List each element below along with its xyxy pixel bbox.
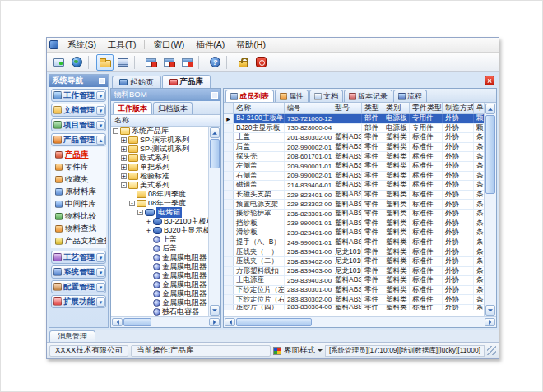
tree-node[interactable]: 上盖 <box>111 235 208 244</box>
scroll-track[interactable] <box>485 194 496 304</box>
scroll-thumb[interactable] <box>485 115 495 194</box>
expander-icon[interactable]: + <box>121 146 127 152</box>
scroll-left-icon[interactable] <box>225 318 235 326</box>
panel-tab[interactable]: 文档 <box>309 90 343 102</box>
separator[interactable] <box>198 56 204 69</box>
close-icon[interactable] <box>485 76 494 85</box>
separator[interactable] <box>88 56 94 69</box>
table-row[interactable]: 下纱定位片（左） 283-830301-00X 塑料ABS 零件 塑料类 标准件… <box>224 286 496 296</box>
version-tab[interactable]: 归档版本 <box>153 102 193 114</box>
exit-icon[interactable] <box>253 54 270 71</box>
column-header[interactable]: 编号 <box>285 103 332 113</box>
table-row[interactable]: 提手（A、B） 249-990001-01X 塑料ABS 零件 塑料类 标准件 … <box>224 238 496 248</box>
separator[interactable] <box>226 56 232 69</box>
version-tab[interactable]: 工作版本 <box>113 102 152 114</box>
scroll-thumb[interactable] <box>123 318 151 326</box>
sidebar-item[interactable]: 中间件库 <box>51 198 106 210</box>
scroll-down-icon[interactable] <box>210 305 220 316</box>
expander-icon[interactable]: + <box>121 155 127 161</box>
chevron-down-icon[interactable]: ▾ <box>96 268 105 277</box>
expander-icon[interactable]: - <box>121 182 127 188</box>
tree-node[interactable]: + BJ20主显示板 <box>111 226 208 235</box>
table-row[interactable]: 长磁头支架 229-823401-00X 塑料ABS 零件 塑料类 标准件 外协… <box>224 191 496 201</box>
panel-menu-icon[interactable] <box>99 78 105 84</box>
scroll-up-icon[interactable] <box>485 104 495 114</box>
panel-tab[interactable]: 版本记录 <box>344 90 392 102</box>
sidebar-section-header[interactable]: 配置管理 ▾ <box>51 280 106 293</box>
column-header[interactable]: 名称 <box>234 103 285 113</box>
expander-icon[interactable]: - <box>113 128 118 134</box>
message-management-tab[interactable]: 消息管理 <box>49 330 95 342</box>
expander-icon[interactable]: + <box>121 164 127 170</box>
sidebar-section-header[interactable]: 项目管理 ▾ <box>51 118 106 131</box>
tree-horizontal-scrollbar[interactable] <box>111 316 220 327</box>
sidebar-item[interactable]: 原材料库 <box>51 186 106 197</box>
sidebar-item[interactable]: 产品文档查找 <box>51 235 106 247</box>
expander-icon[interactable]: + <box>146 228 151 233</box>
new-window-icon[interactable] <box>142 54 160 71</box>
sidebar-item[interactable]: 产品库 <box>51 149 106 160</box>
table-row[interactable]: 挡纱板 239-990001-01X 塑料ABS 零件 塑料类 标准件 外协 条 <box>224 219 496 229</box>
chevron-down-icon[interactable]: ▴ <box>96 136 105 145</box>
sidebar-item[interactable]: 零件库 <box>51 161 106 173</box>
table-row[interactable]: 上盖 201-830302-00X 塑料ABS 零件 塑料类 标准件 外协 条 <box>224 133 496 143</box>
scroll-thumb[interactable] <box>210 139 220 168</box>
scroll-thumb[interactable] <box>236 318 312 326</box>
table-row[interactable]: 右侧盖 209-990002-01X 塑料ABS 零件 塑料类 标准件 外协 条 <box>224 172 496 182</box>
table-row[interactable]: 上电源座 259-839403-00X 塑料ABS 零件 塑料类 标准件 外协 … <box>224 276 496 286</box>
menu-item[interactable]: 工具(T) <box>102 39 142 51</box>
table-row[interactable]: 方形塑料线扣 258-839403-00X 尼龙1010 零件 塑料类 标准件 … <box>224 267 496 277</box>
scroll-up-icon[interactable] <box>210 127 220 138</box>
table-row[interactable]: 压纱片（四） 283-830304-00X 塑料ABS 零件 塑料类 标准件 外… <box>224 305 496 310</box>
menu-item[interactable]: 插件(A) <box>190 39 230 51</box>
sidebar-section-header[interactable]: 工作管理 ▾ <box>51 89 106 102</box>
table-row[interactable]: ▶ BJ-2100主板单点 730-721000-12X 部件 电源板 专用件 … <box>224 114 496 124</box>
data-grid-icon[interactable] <box>114 54 132 71</box>
chevron-down-icon[interactable] <box>318 349 323 354</box>
table-row[interactable]: 左侧盖 209-990001-01X 塑料ABS 零件 塑料类 标准件 外协 条 <box>224 162 496 172</box>
column-header[interactable]: 型号 <box>332 103 362 113</box>
chevron-down-icon[interactable]: ▾ <box>96 253 105 262</box>
tree-column-header[interactable]: 名称 <box>111 115 220 127</box>
help-icon[interactable] <box>207 54 224 71</box>
panel-tab[interactable]: 属性 <box>275 90 309 102</box>
separator[interactable] <box>134 56 140 69</box>
table-row[interactable]: 探头壳 208-601701-01X 塑料ABS 零件 塑料类 标准件 外协 条 <box>224 152 496 162</box>
pin-icon[interactable] <box>211 92 218 99</box>
chevron-down-icon[interactable]: ▾ <box>96 91 105 100</box>
panel-tab[interactable]: 流程 <box>393 90 427 102</box>
scroll-right-icon[interactable] <box>485 318 495 326</box>
sidebar-section-header[interactable]: 工艺管理 ▾ <box>51 251 106 264</box>
interface-style-selector[interactable]: 界面样式 <box>284 345 315 356</box>
grid-vertical-scrollbar[interactable] <box>484 103 496 316</box>
scroll-left-icon[interactable] <box>112 318 123 326</box>
expander-icon[interactable]: - <box>137 210 143 215</box>
expander-icon[interactable]: - <box>129 201 135 206</box>
table-row[interactable]: 滑纱板 239-823401-00X 塑料ABS 零件 塑料类 标准件 外协 条 <box>224 228 496 238</box>
table-row[interactable]: BJ20主显示板 730-828000-04X 部件 电源板 专用件 外协 颗 <box>224 124 496 134</box>
chevron-down-icon[interactable]: ▾ <box>96 106 105 115</box>
chevron-down-icon[interactable]: ▾ <box>96 283 105 292</box>
expander-icon[interactable]: + <box>121 173 127 179</box>
sidebar-item[interactable]: 物料比较 <box>51 210 106 222</box>
chevron-down-icon[interactable]: ▾ <box>96 121 105 130</box>
sidebar-item[interactable]: 物料查找 <box>51 223 106 234</box>
sidebar-section-header[interactable]: 系统管理 ▾ <box>51 265 106 279</box>
web-icon[interactable] <box>68 54 86 71</box>
sidebar-item[interactable]: 收藏夹 <box>51 173 106 185</box>
column-header[interactable]: 类别 <box>383 103 410 113</box>
grid-horizontal-scrollbar[interactable] <box>224 316 496 327</box>
table-row[interactable]: 后盖 202-990002-01X 塑料ABS 零件 塑料类 标准件 外协 条 <box>224 143 496 153</box>
scroll-down-icon[interactable] <box>485 305 495 316</box>
table-row[interactable]: 压线夹（二） 258-839402-00X 尼龙1010 零件 塑料类 标准件 … <box>224 257 496 267</box>
chevron-down-icon[interactable]: ▾ <box>96 297 105 307</box>
expander-icon[interactable]: + <box>121 137 127 143</box>
table-row[interactable]: 预置电源支架 229-823302-00X 塑料ABS 零件 塑料类 标准件 外… <box>224 200 496 210</box>
scroll-track[interactable] <box>151 317 208 327</box>
resize-grip[interactable] <box>487 346 496 355</box>
menu-item[interactable] <box>144 40 145 49</box>
document-tab[interactable]: 产品库 <box>162 75 211 88</box>
panel-tab[interactable]: 成员列表 <box>225 90 274 102</box>
sidebar-section-header[interactable]: 产品管理 ▴ <box>51 133 106 146</box>
open-library-icon[interactable] <box>96 54 114 71</box>
